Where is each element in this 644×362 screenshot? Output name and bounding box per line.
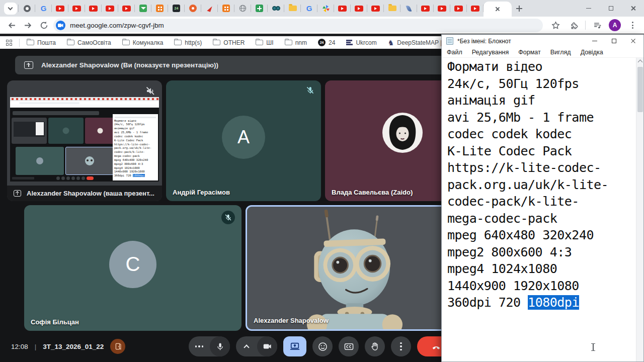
- avatar-letter: A: [222, 116, 265, 159]
- tab-youtube[interactable]: [52, 0, 68, 17]
- bookmark-item[interactable]: Пошта: [27, 39, 56, 46]
- robot-webcam-image: [296, 209, 412, 331]
- scroll-up-icon[interactable]: [638, 60, 643, 65]
- folder-icon: [285, 40, 292, 45]
- notepad-titlebar[interactable]: *Без імені: Блокнот: [442, 35, 643, 47]
- window-minimize-button[interactable]: [578, 0, 600, 17]
- mini-screenshot: Формати відео24к/с, 50Гц 120fpsанімація …: [10, 97, 159, 182]
- address-bar[interactable]: meet.google.com/zpw-cgvf-jbm: [53, 19, 543, 32]
- notepad-menu-item-2[interactable]: Формат: [518, 49, 540, 56]
- tab-youtube[interactable]: [334, 0, 351, 17]
- tab-feather[interactable]: [400, 0, 417, 17]
- browser-menu-icon[interactable]: [626, 19, 639, 32]
- mini-tile-vlada: [85, 118, 115, 144]
- chrome-icon: [24, 5, 31, 12]
- tab-youtube[interactable]: [434, 0, 450, 17]
- door-room-icon[interactable]: [110, 339, 125, 354]
- profile-avatar[interactable]: A: [609, 19, 621, 31]
- bookmark-label: Пошта: [37, 39, 56, 46]
- tab-orangecircle[interactable]: [185, 0, 201, 17]
- extensions-puzzle-icon[interactable]: [567, 19, 580, 32]
- mic-options-icon[interactable]: [189, 345, 210, 347]
- bookmark-star-icon[interactable]: [549, 19, 562, 32]
- close-icon: [630, 6, 636, 11]
- presenting-banner-text: Alexzander Shapovalow (Ви (показуєте пре…: [41, 61, 218, 69]
- selected-text: 1080dpi: [133, 174, 145, 177]
- active-tab[interactable]: [484, 2, 512, 17]
- tab-redarrow[interactable]: [201, 0, 218, 17]
- notepad-menu-item-4[interactable]: Довідка: [581, 49, 603, 56]
- forward-button[interactable]: [21, 19, 34, 32]
- bookmark-item[interactable]: OTHER: [213, 39, 245, 46]
- tab-orange[interactable]: [218, 0, 234, 17]
- notepad-maximize-button[interactable]: [604, 35, 623, 47]
- bookmark-item[interactable]: nnm: [285, 39, 307, 46]
- tab-globe[interactable]: [234, 0, 251, 17]
- tile-andrii[interactable]: A Андрій Герасімов: [166, 80, 321, 201]
- notepad-minimize-button[interactable]: [585, 35, 604, 47]
- captions-button[interactable]: [339, 336, 359, 356]
- new-tab-button[interactable]: [512, 1, 527, 16]
- bookmark-item[interactable]: http(s): [174, 39, 202, 46]
- tab-pinwheel[interactable]: [317, 0, 334, 17]
- notepad-menu-item-1[interactable]: Редагування: [472, 49, 509, 56]
- tab-binoculars[interactable]: [268, 0, 284, 17]
- tab-youtube[interactable]: [450, 0, 467, 17]
- camera-options-icon[interactable]: [236, 343, 257, 349]
- bookmark-item[interactable]: ШІ: [256, 39, 273, 46]
- bookmark-item[interactable]: Ukrcom: [346, 39, 376, 46]
- tile-alexzander[interactable]: Alexzander Shapovalow: [246, 205, 463, 331]
- tab-greenplus[interactable]: [251, 0, 268, 17]
- tab-orange[interactable]: [151, 0, 168, 17]
- bookmark-item[interactable]: СамоОсвіта: [67, 39, 111, 46]
- tab-youtube[interactable]: [85, 0, 102, 17]
- tab-youtube[interactable]: [102, 0, 118, 17]
- toolbar-divider: [585, 21, 586, 30]
- camera-button-group[interactable]: [236, 336, 277, 356]
- kebab-icon: [632, 22, 633, 29]
- tab-youtube[interactable]: [351, 0, 367, 17]
- tab-google[interactable]: G: [301, 0, 317, 17]
- notepad-line: https://k-lite-codec-: [114, 143, 156, 147]
- tab-mail[interactable]: [135, 0, 151, 17]
- url-text[interactable]: meet.google.com/zpw-cgvf-jbm: [70, 22, 164, 29]
- notepad-close-button[interactable]: [623, 35, 642, 47]
- tab-folder[interactable]: [384, 0, 400, 17]
- tab-youtube[interactable]: [118, 0, 135, 17]
- microphone-button[interactable]: [210, 336, 230, 356]
- binoculars-icon: [273, 6, 280, 11]
- notepad-line: pack.org.ua/uk/k-lite-: [447, 176, 608, 194]
- tile-presentation[interactable]: Формати відео24к/с, 50Гц 120fpsанімація …: [7, 80, 162, 201]
- window-close-button[interactable]: [622, 0, 644, 17]
- present-screen-button[interactable]: [283, 336, 306, 356]
- mic-button-group[interactable]: [189, 336, 230, 356]
- reload-button[interactable]: [37, 19, 50, 32]
- reactions-button[interactable]: [312, 336, 333, 356]
- tile-sofia[interactable]: C Софія Більцан: [24, 205, 242, 331]
- tab-media-list-icon[interactable]: [591, 19, 604, 32]
- tab-youtube[interactable]: [467, 0, 484, 17]
- tab-google[interactable]: G: [35, 0, 52, 17]
- scrollbar-thumb[interactable]: [637, 67, 643, 112]
- tab-close-icon[interactable]: [495, 7, 500, 12]
- tab-chevron[interactable]: [2, 0, 19, 17]
- apps-grid-icon[interactable]: [6, 40, 12, 46]
- tab-youtube[interactable]: [417, 0, 434, 17]
- notepad-text-area[interactable]: Формати відео24к/с, 50Гц 120fpsанімація …: [442, 58, 643, 361]
- notepad-text[interactable]: Формати відео24к/с, 50Гц 120fpsанімація …: [447, 58, 608, 311]
- bookmark-item[interactable]: Комуналка: [122, 39, 164, 46]
- window-maximize-button[interactable]: [600, 0, 622, 17]
- notepad-menu-item-0[interactable]: Файл: [447, 49, 462, 56]
- tab-youtube[interactable]: [367, 0, 384, 17]
- notepad-scrollbar[interactable]: [636, 58, 643, 361]
- tab-folder[interactable]: [284, 0, 301, 17]
- tab-dark[interactable]: 24: [168, 0, 185, 17]
- bookmark-item[interactable]: 2424: [318, 39, 335, 46]
- raise-hand-button[interactable]: [365, 336, 385, 356]
- notepad-menu-item-3[interactable]: Вигляд: [550, 49, 571, 56]
- back-button[interactable]: [5, 19, 18, 32]
- tab-chrome[interactable]: [19, 0, 35, 17]
- tab-youtube[interactable]: [68, 0, 85, 17]
- camera-button[interactable]: [257, 336, 277, 356]
- more-options-button[interactable]: [391, 336, 411, 356]
